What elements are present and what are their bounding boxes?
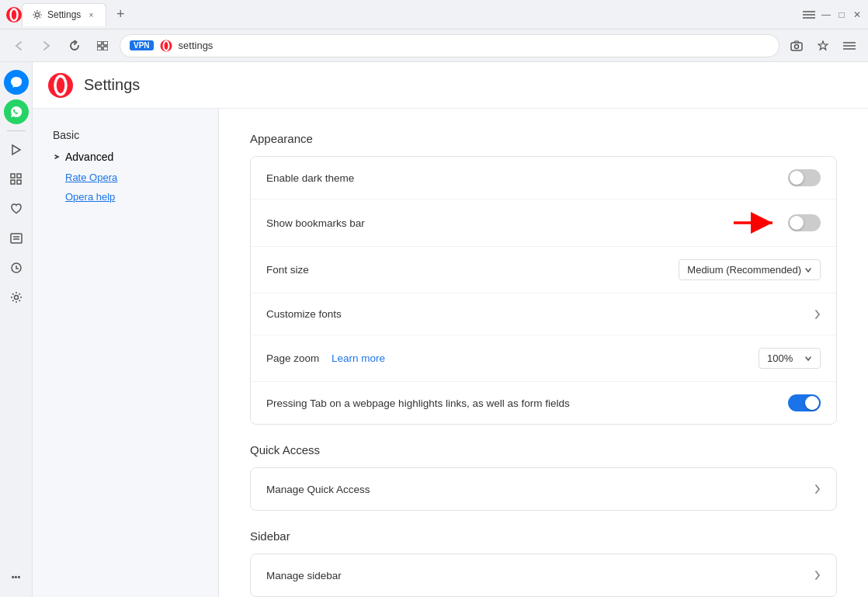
- main-content: Settings Basic Advanced Rate Opera Opera…: [33, 62, 868, 597]
- restore-button[interactable]: □: [837, 10, 846, 19]
- menu-icon[interactable]: [803, 10, 815, 19]
- svg-rect-19: [17, 174, 21, 178]
- flow-sidebar-icon[interactable]: [4, 137, 29, 162]
- bookmarks-bar-toggle-knob: [790, 216, 804, 230]
- customize-fonts-chevron-icon: [814, 309, 821, 320]
- nav-opera-help[interactable]: Opera help: [45, 187, 206, 207]
- refresh-button[interactable]: [64, 35, 85, 57]
- page-zoom-label: Page zoom Learn more: [266, 352, 385, 364]
- news-sidebar-icon[interactable]: [4, 226, 29, 251]
- settings-tab[interactable]: Settings ×: [22, 3, 106, 26]
- content-area: ••• Settings Basic Advanced: [0, 62, 868, 597]
- svg-rect-12: [791, 43, 802, 50]
- history-sidebar-icon[interactable]: [4, 255, 29, 280]
- settings-left-nav: Basic Advanced Rate Opera Opera help: [33, 109, 219, 597]
- page-header: Settings: [33, 62, 868, 109]
- manage-sidebar-label: Manage sidebar: [266, 570, 342, 581]
- messenger-sidebar-icon[interactable]: [4, 70, 29, 95]
- dark-theme-row: Enable dark theme: [251, 157, 836, 200]
- sidebar-divider: [7, 130, 26, 131]
- favorites-button[interactable]: [812, 35, 834, 57]
- new-tab-button[interactable]: +: [109, 4, 131, 26]
- settings-body: Basic Advanced Rate Opera Opera help App…: [33, 109, 868, 597]
- manage-quick-access-chevron-icon: [814, 484, 821, 495]
- tab-highlights-toggle[interactable]: [788, 394, 821, 411]
- font-size-chevron-icon: [804, 266, 812, 274]
- manage-sidebar-row[interactable]: Manage sidebar: [251, 554, 836, 596]
- tab-highlights-label: Pressing Tab on a webpage highlights lin…: [266, 397, 570, 409]
- window-controls: — □ ✕: [803, 10, 862, 19]
- customize-fonts-row[interactable]: Customize fonts: [251, 293, 836, 335]
- font-size-row: Font size Medium (Recommended): [251, 247, 836, 293]
- bookmarks-bar-toggle[interactable]: [788, 214, 821, 231]
- title-bar: Settings × + — □ ✕: [0, 0, 868, 30]
- sidebar-section-title: Sidebar: [250, 529, 837, 543]
- opera-address-icon: [160, 40, 172, 52]
- nav-bar: VPN settings: [0, 30, 868, 62]
- svg-rect-18: [11, 174, 15, 178]
- customize-fonts-label: Customize fonts: [266, 308, 342, 320]
- bookmarks-bar-label: Show bookmarks bar: [266, 217, 365, 229]
- sidebar-icons: •••: [0, 62, 33, 597]
- font-size-value: Medium (Recommended): [687, 264, 801, 276]
- svg-point-13: [795, 44, 799, 48]
- screenshot-button[interactable]: [786, 35, 807, 57]
- nav-basic[interactable]: Basic: [45, 124, 206, 146]
- settings-content-panel: Appearance Enable dark theme Show bookma…: [219, 109, 868, 597]
- settings-tab-title: Settings: [47, 9, 81, 20]
- quick-access-card: Manage Quick Access: [250, 467, 837, 511]
- address-bar[interactable]: VPN settings: [120, 34, 779, 57]
- nav-advanced-row[interactable]: Advanced: [45, 146, 206, 168]
- more-sidebar-icon[interactable]: •••: [4, 564, 29, 589]
- sidebar-card: Manage sidebar: [250, 554, 837, 597]
- quick-access-section-title: Quick Access: [250, 443, 837, 456]
- back-button[interactable]: [8, 35, 30, 57]
- svg-rect-7: [103, 41, 108, 45]
- view-button[interactable]: [92, 35, 113, 57]
- heart-sidebar-icon[interactable]: [4, 196, 29, 221]
- manage-quick-access-row[interactable]: Manage Quick Access: [251, 468, 836, 510]
- font-size-label: Font size: [266, 264, 309, 276]
- svg-rect-6: [97, 41, 102, 45]
- title-bar-left: [6, 7, 22, 23]
- page-zoom-chevron-icon: [804, 355, 812, 363]
- tab-highlights-toggle-knob: [805, 396, 819, 410]
- bookmarks-bar-row: Show bookmarks bar: [251, 200, 836, 247]
- page-zoom-value: 100%: [767, 352, 793, 364]
- svg-point-2: [36, 13, 40, 17]
- svg-rect-8: [97, 47, 102, 50]
- address-text: settings: [179, 40, 214, 51]
- dark-theme-toggle-knob: [790, 171, 804, 185]
- page-title: Settings: [84, 76, 140, 94]
- appearance-card: Enable dark theme Show bookmarks bar: [250, 156, 837, 425]
- opera-page-logo: [48, 73, 73, 98]
- opera-logo-icon: [6, 7, 22, 23]
- vpn-badge: VPN: [130, 40, 154, 50]
- manage-sidebar-chevron-icon: [814, 570, 821, 581]
- tab-close-button[interactable]: ×: [85, 9, 96, 20]
- svg-marker-17: [12, 145, 20, 154]
- settings-tab-icon: [32, 9, 43, 20]
- close-button[interactable]: ✕: [852, 10, 862, 19]
- svg-rect-20: [11, 180, 15, 184]
- manage-quick-access-label: Manage Quick Access: [266, 484, 370, 495]
- nav-advanced: Advanced: [65, 151, 113, 163]
- forward-button[interactable]: [36, 35, 57, 57]
- learn-more-link[interactable]: Learn more: [332, 352, 385, 364]
- tab-highlights-row: Pressing Tab on a webpage highlights lin…: [251, 382, 836, 424]
- nav-rate-opera[interactable]: Rate Opera: [45, 168, 206, 187]
- grid-sidebar-icon[interactable]: [4, 167, 29, 192]
- minimize-button[interactable]: —: [821, 10, 831, 19]
- tab-bar: Settings × +: [22, 3, 803, 26]
- bookmarks-bar-right: [734, 212, 821, 234]
- advanced-chevron-icon: [53, 153, 61, 161]
- page-zoom-row: Page zoom Learn more 100%: [251, 335, 836, 382]
- whatsapp-sidebar-icon[interactable]: [4, 99, 29, 124]
- dark-theme-label: Enable dark theme: [266, 172, 354, 184]
- svg-rect-22: [11, 234, 22, 243]
- font-size-dropdown[interactable]: Medium (Recommended): [679, 259, 821, 280]
- dark-theme-toggle[interactable]: [788, 169, 821, 186]
- settings-sidebar-icon[interactable]: [4, 285, 29, 310]
- menu-button[interactable]: [838, 35, 860, 57]
- page-zoom-dropdown[interactable]: 100%: [759, 348, 821, 369]
